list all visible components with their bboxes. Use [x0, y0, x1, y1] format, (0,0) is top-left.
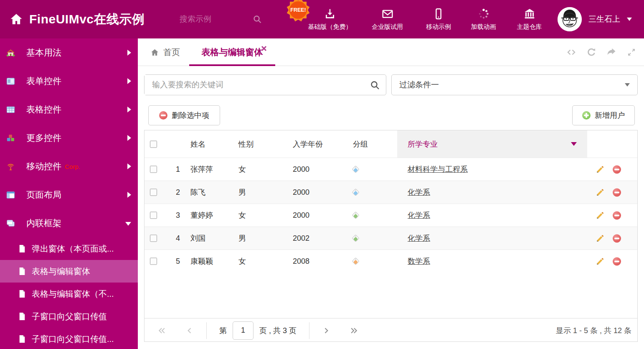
- search-icon[interactable]: [252, 14, 262, 24]
- sidebar-item-form-controls[interactable]: 表单控件: [0, 67, 138, 95]
- column-header-group[interactable]: 分组: [353, 139, 368, 149]
- spinner-icon: [477, 8, 490, 20]
- brand[interactable]: FineUIMvc在线示例: [9, 0, 145, 38]
- sidebar-subitem-child-to-parent[interactable]: 子窗口向父窗口传值: [0, 305, 138, 328]
- cell-year: 2000: [293, 211, 309, 220]
- close-icon[interactable]: [261, 43, 267, 49]
- antenna-icon: [6, 162, 15, 171]
- major-link[interactable]: 数学系: [408, 257, 430, 265]
- expand-icon[interactable]: [626, 47, 636, 57]
- major-link[interactable]: 化学系: [408, 234, 430, 242]
- sidebar-subitem-popup-window[interactable]: 弹出窗体（本页面或...: [0, 237, 138, 260]
- user-menu[interactable]: 三生石上: [558, 0, 632, 38]
- next-page-button[interactable]: [322, 326, 330, 335]
- add-user-button[interactable]: 新增用户: [572, 105, 635, 125]
- top-header: FineUIMvc在线示例 FREE! 基础版（免费） 企业版试用 移动示例 加…: [0, 0, 644, 38]
- chevron-right-icon: [127, 135, 131, 141]
- plus-circle-icon: [582, 111, 591, 120]
- prev-page-button[interactable]: [185, 326, 194, 335]
- pager-label: 第: [219, 326, 227, 336]
- keyword-search-input[interactable]: [145, 75, 362, 95]
- edit-pencil-icon[interactable]: [596, 211, 604, 220]
- page-number-input[interactable]: [233, 321, 254, 340]
- username: 三生石上: [588, 14, 620, 25]
- cell-name: 陈飞: [190, 187, 205, 197]
- column-header-name[interactable]: 姓名: [190, 139, 205, 149]
- search-icon[interactable]: [370, 80, 380, 90]
- row-number: 2: [161, 188, 180, 197]
- free-badge: FREE!: [287, 0, 310, 22]
- frames-icon: [6, 219, 15, 228]
- cell-gender: 男: [238, 233, 246, 243]
- row-checkbox[interactable]: [150, 166, 157, 173]
- delete-row-icon[interactable]: [613, 211, 621, 219]
- open-in-new-icon[interactable]: [606, 47, 616, 57]
- form-icon: [6, 76, 15, 86]
- delete-selected-button[interactable]: 删除选中项: [148, 105, 220, 125]
- delete-row-icon[interactable]: [613, 188, 621, 196]
- tab-grid-edit-window[interactable]: 表格与编辑窗体: [189, 38, 275, 66]
- nav-item-mobile-demo[interactable]: 移动示例: [416, 0, 461, 38]
- cell-year: 2002: [293, 234, 309, 243]
- first-page-button[interactable]: [158, 326, 166, 335]
- header-nav: 基础版（免费） 企业版试用 移动示例 加载动画 主题仓库: [301, 0, 553, 38]
- chevron-down-icon: [625, 83, 630, 87]
- row-checkbox[interactable]: [150, 212, 157, 219]
- filter-dropdown[interactable]: 过滤条件一: [391, 74, 638, 95]
- row-number: 5: [161, 257, 180, 266]
- tab-home[interactable]: 首页: [150, 38, 180, 66]
- table-row: 3 董婷婷 女 2000 化学系: [145, 204, 637, 227]
- edit-pencil-icon[interactable]: [596, 188, 604, 197]
- file-icon: [18, 245, 26, 253]
- column-header-gender[interactable]: 性别: [238, 139, 254, 149]
- chevron-right-icon: [127, 107, 131, 112]
- chevron-down-icon: [571, 142, 577, 146]
- header-search-input[interactable]: [180, 15, 246, 24]
- home-icon: [150, 48, 159, 57]
- sidebar-item-page-layout[interactable]: 页面布局: [0, 181, 138, 209]
- nav-item-enterprise-trial[interactable]: 企业版试用: [359, 0, 416, 38]
- cell-gender: 女: [238, 164, 246, 174]
- last-page-button[interactable]: [350, 326, 358, 335]
- bank-icon: [523, 8, 536, 20]
- column-header-major[interactable]: 所学专业: [397, 130, 587, 158]
- row-number: 3: [161, 211, 180, 220]
- chevron-right-icon: [127, 78, 131, 84]
- delete-row-icon[interactable]: [613, 257, 621, 265]
- home-icon: [9, 12, 23, 26]
- major-link[interactable]: 材料科学与工程系: [408, 165, 468, 173]
- sidebar-item-mobile-controls[interactable]: 移动控件 Corp.: [0, 152, 138, 181]
- chevron-right-icon: [127, 192, 131, 198]
- major-link[interactable]: 化学系: [408, 211, 430, 219]
- refresh-icon[interactable]: [586, 47, 596, 57]
- sidebar: 基本用法 表单控件 表格控件 更多控件 移动控件 Corp. 页面布局 内联框架…: [0, 38, 138, 349]
- row-checkbox[interactable]: [150, 189, 157, 196]
- sidebar-subitem-grid-edit-window-2[interactable]: 表格与编辑窗体（不...: [0, 283, 138, 305]
- file-icon: [18, 312, 26, 321]
- sidebar-subitem-child-to-parent-2[interactable]: 子窗口向父窗口传值...: [0, 328, 138, 349]
- sidebar-item-grid-controls[interactable]: 表格控件: [0, 95, 138, 124]
- table-row: 4 刘国 男 2002 化学系: [145, 227, 637, 250]
- edit-pencil-icon[interactable]: [596, 165, 604, 174]
- data-grid: 姓名 性别 入学年份 分组 所学专业 1 张萍萍 女 2000 材料科学与工程系: [144, 130, 638, 342]
- delete-row-icon[interactable]: [613, 165, 621, 173]
- edit-pencil-icon[interactable]: [596, 234, 604, 243]
- column-header-year[interactable]: 入学年份: [293, 139, 323, 149]
- sidebar-item-more-controls[interactable]: 更多控件: [0, 124, 138, 152]
- sidebar-item-basic-usage[interactable]: 基本用法: [0, 38, 138, 67]
- table-row: 2 陈飞 男 2000 化学系: [145, 181, 637, 204]
- row-checkbox[interactable]: [150, 258, 157, 265]
- delete-row-icon[interactable]: [613, 234, 621, 242]
- source-code-icon[interactable]: [566, 47, 576, 57]
- select-all-checkbox[interactable]: [150, 140, 157, 148]
- major-link[interactable]: 化学系: [408, 188, 430, 196]
- sidebar-subitem-grid-edit-window[interactable]: 表格与编辑窗体: [0, 260, 138, 283]
- nav-item-loading-animations[interactable]: 加载动画: [461, 0, 505, 38]
- cell-name: 康颖颖: [190, 256, 213, 266]
- chevron-right-icon: [127, 163, 131, 169]
- row-checkbox[interactable]: [150, 235, 157, 242]
- edit-pencil-icon[interactable]: [596, 257, 604, 266]
- sidebar-item-iframe[interactable]: 内联框架: [0, 209, 138, 237]
- file-icon: [18, 335, 26, 343]
- nav-item-theme-repo[interactable]: 主题仓库: [505, 0, 553, 38]
